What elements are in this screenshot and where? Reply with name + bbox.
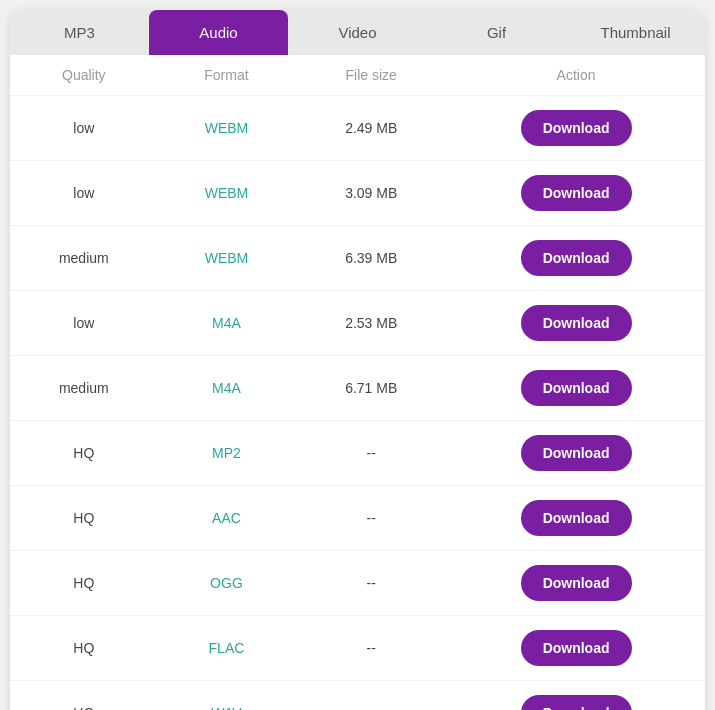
download-button[interactable]: Download xyxy=(521,565,632,601)
filesize-cell: -- xyxy=(295,551,447,616)
filesize-cell: -- xyxy=(295,421,447,486)
tab-audio[interactable]: Audio xyxy=(149,10,288,55)
download-button[interactable]: Download xyxy=(521,630,632,666)
quality-cell: HQ xyxy=(10,486,158,551)
format-cell: WEBM xyxy=(158,96,296,161)
format-cell: AAC xyxy=(158,486,296,551)
download-button[interactable]: Download xyxy=(521,695,632,710)
filesize-cell: 3.09 MB xyxy=(295,161,447,226)
quality-cell: medium xyxy=(10,226,158,291)
tab-thumbnail[interactable]: Thumbnail xyxy=(566,10,705,55)
action-cell: Download xyxy=(447,96,705,161)
col-header-quality: Quality xyxy=(10,55,158,96)
audio-table: QualityFormatFile sizeAction lowWEBM2.49… xyxy=(10,55,705,710)
download-button[interactable]: Download xyxy=(521,305,632,341)
format-cell: WEBM xyxy=(158,226,296,291)
quality-cell: low xyxy=(10,291,158,356)
col-header-file-size: File size xyxy=(295,55,447,96)
download-button[interactable]: Download xyxy=(521,240,632,276)
format-cell: WEBM xyxy=(158,161,296,226)
action-cell: Download xyxy=(447,291,705,356)
download-button[interactable]: Download xyxy=(521,370,632,406)
format-cell: MP2 xyxy=(158,421,296,486)
format-cell: FLAC xyxy=(158,616,296,681)
action-cell: Download xyxy=(447,616,705,681)
action-cell: Download xyxy=(447,356,705,421)
quality-cell: HQ xyxy=(10,551,158,616)
tab-video[interactable]: Video xyxy=(288,10,427,55)
table-row: mediumWEBM6.39 MBDownload xyxy=(10,226,705,291)
table-row: HQOGG--Download xyxy=(10,551,705,616)
filesize-cell: -- xyxy=(295,681,447,711)
quality-cell: HQ xyxy=(10,616,158,681)
table-row: HQFLAC--Download xyxy=(10,616,705,681)
filesize-cell: 2.53 MB xyxy=(295,291,447,356)
table-row: HQAAC--Download xyxy=(10,486,705,551)
filesize-cell: 2.49 MB xyxy=(295,96,447,161)
tab-bar: MP3AudioVideoGifThumbnail xyxy=(10,10,705,55)
main-container: MP3AudioVideoGifThumbnail QualityFormatF… xyxy=(10,10,705,710)
quality-cell: HQ xyxy=(10,421,158,486)
download-button[interactable]: Download xyxy=(521,110,632,146)
filesize-cell: -- xyxy=(295,486,447,551)
table-row: HQMP2--Download xyxy=(10,421,705,486)
table-row: HQWAV--Download xyxy=(10,681,705,711)
download-button[interactable]: Download xyxy=(521,500,632,536)
action-cell: Download xyxy=(447,486,705,551)
action-cell: Download xyxy=(447,681,705,711)
table-row: lowWEBM3.09 MBDownload xyxy=(10,161,705,226)
filesize-cell: -- xyxy=(295,616,447,681)
download-button[interactable]: Download xyxy=(521,175,632,211)
quality-cell: medium xyxy=(10,356,158,421)
action-cell: Download xyxy=(447,226,705,291)
col-header-action: Action xyxy=(447,55,705,96)
format-cell: OGG xyxy=(158,551,296,616)
quality-cell: low xyxy=(10,161,158,226)
filesize-cell: 6.71 MB xyxy=(295,356,447,421)
col-header-format: Format xyxy=(158,55,296,96)
action-cell: Download xyxy=(447,421,705,486)
quality-cell: HQ xyxy=(10,681,158,711)
format-cell: WAV xyxy=(158,681,296,711)
filesize-cell: 6.39 MB xyxy=(295,226,447,291)
action-cell: Download xyxy=(447,551,705,616)
tab-mp3[interactable]: MP3 xyxy=(10,10,149,55)
action-cell: Download xyxy=(447,161,705,226)
format-cell: M4A xyxy=(158,291,296,356)
download-button[interactable]: Download xyxy=(521,435,632,471)
tab-gif[interactable]: Gif xyxy=(427,10,566,55)
table-row: mediumM4A6.71 MBDownload xyxy=(10,356,705,421)
quality-cell: low xyxy=(10,96,158,161)
table-row: lowWEBM2.49 MBDownload xyxy=(10,96,705,161)
table-row: lowM4A2.53 MBDownload xyxy=(10,291,705,356)
format-cell: M4A xyxy=(158,356,296,421)
